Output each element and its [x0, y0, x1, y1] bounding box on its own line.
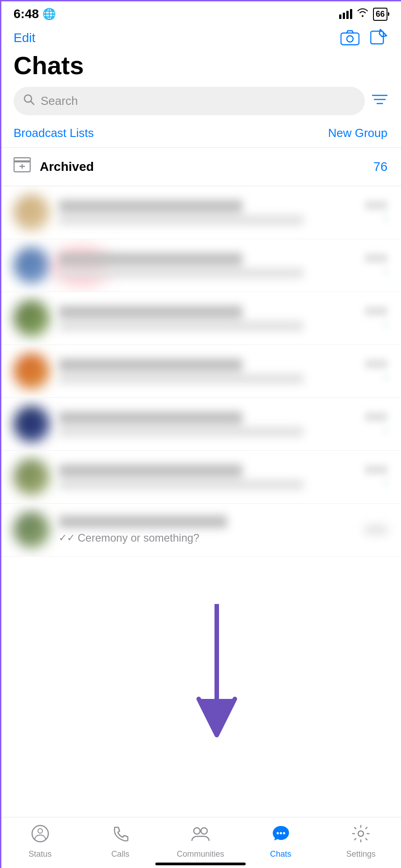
chat-time	[365, 254, 387, 263]
annotation-arrow	[190, 604, 244, 750]
chat-time	[365, 307, 387, 316]
chat-content	[59, 464, 365, 490]
chat-time	[365, 359, 387, 368]
status-icons: 66	[339, 8, 387, 21]
title-row: Chats	[0, 52, 401, 87]
chat-meta: ›	[365, 359, 387, 383]
avatar	[14, 406, 50, 442]
tab-item-settings[interactable]: Settings	[321, 825, 401, 859]
chat-list: › › ›	[0, 186, 401, 557]
avatar	[14, 353, 50, 389]
chat-content-last: ✓✓ Ceremony or something?	[59, 515, 365, 544]
chat-preview	[59, 427, 303, 437]
communities-tab-icon	[191, 825, 210, 847]
camera-button[interactable]	[340, 29, 359, 47]
status-tab-label: Status	[28, 849, 51, 859]
search-bar[interactable]: Search	[14, 87, 365, 115]
edit-button[interactable]: Edit	[14, 31, 35, 45]
svg-point-14	[280, 832, 282, 835]
tab-item-status[interactable]: Status	[0, 825, 80, 859]
chat-meta: ›	[365, 412, 387, 436]
svg-point-16	[358, 831, 364, 836]
chat-name	[59, 464, 242, 477]
tab-item-chats[interactable]: Chats	[241, 825, 321, 859]
double-checkmark: ✓✓	[59, 532, 75, 544]
communities-tab-label: Communities	[177, 849, 224, 859]
svg-rect-0	[341, 33, 359, 45]
svg-point-1	[347, 36, 353, 42]
chat-time	[365, 201, 387, 210]
calls-tab-label: Calls	[111, 849, 129, 859]
calls-tab-icon	[111, 825, 129, 847]
chat-item[interactable]: ›	[0, 451, 401, 504]
chat-item[interactable]: ›	[0, 345, 401, 398]
filter-icon[interactable]	[372, 93, 387, 109]
compose-button[interactable]	[370, 29, 387, 47]
actions-row: Broadcast Lists New Group	[0, 123, 401, 148]
chat-item-last[interactable]: ✓✓ Ceremony or something?	[0, 504, 401, 557]
archived-row[interactable]: Archived 76	[0, 148, 401, 186]
home-indicator	[155, 863, 246, 865]
chat-preview	[59, 480, 303, 490]
archived-count: 76	[373, 160, 387, 174]
last-preview-text: Ceremony or something?	[78, 532, 199, 544]
globe-icon: 🌐	[42, 8, 56, 20]
tab-item-communities[interactable]: Communities	[160, 825, 241, 859]
archive-icon	[14, 157, 31, 177]
header: Edit	[0, 24, 401, 52]
page-title: Chats	[14, 52, 387, 80]
wifi-icon	[357, 8, 368, 20]
chat-preview	[59, 321, 303, 331]
chat-name	[59, 411, 242, 424]
chat-name	[59, 306, 242, 318]
chat-meta: ›	[365, 307, 387, 330]
chat-content	[59, 200, 365, 225]
tab-item-calls[interactable]: Calls	[80, 825, 161, 859]
new-group-button[interactable]: New Group	[328, 126, 388, 140]
avatar	[14, 459, 50, 495]
search-placeholder: Search	[41, 94, 78, 108]
chats-tab-label: Chats	[270, 849, 291, 859]
chat-item[interactable]: ›	[0, 292, 401, 345]
chat-name	[59, 253, 242, 265]
chat-name-blurred	[59, 515, 227, 528]
chat-item[interactable]: ›	[0, 239, 401, 292]
battery-level: 66	[376, 9, 385, 19]
signal-bars	[339, 9, 352, 19]
chat-name	[59, 200, 242, 212]
chat-meta: ›	[365, 465, 387, 489]
svg-point-12	[201, 828, 207, 834]
search-icon	[23, 93, 35, 109]
archived-label: Archived	[40, 160, 364, 174]
chat-preview	[59, 215, 303, 225]
broadcast-lists-button[interactable]: Broadcast Lists	[14, 126, 94, 140]
status-bar: 6:48 🌐 66	[0, 0, 401, 24]
chat-preview	[59, 374, 303, 384]
chat-content	[59, 306, 365, 331]
chat-preview	[59, 268, 303, 278]
settings-tab-icon	[352, 825, 370, 847]
chat-item[interactable]: ›	[0, 398, 401, 451]
chat-content	[59, 411, 365, 437]
chat-preview-row: ✓✓ Ceremony or something?	[59, 532, 365, 544]
svg-point-11	[194, 828, 200, 834]
avatar	[14, 247, 50, 283]
tab-bar: Status Calls Communities	[0, 817, 401, 868]
search-container: Search	[0, 87, 401, 123]
chat-meta	[365, 525, 387, 534]
chat-meta: ›	[365, 201, 387, 224]
chat-content	[59, 253, 365, 278]
status-tab-icon	[31, 825, 49, 847]
chat-time	[365, 525, 387, 534]
avatar	[14, 300, 50, 336]
avatar	[14, 512, 50, 548]
chat-time	[365, 412, 387, 421]
svg-point-15	[283, 832, 285, 835]
chat-item[interactable]: ›	[0, 186, 401, 239]
battery-indicator: 66	[373, 8, 387, 21]
chat-name	[59, 359, 242, 371]
chats-tab-icon	[271, 825, 290, 847]
svg-point-13	[276, 832, 279, 835]
avatar	[14, 194, 50, 231]
chat-meta: ›	[365, 254, 387, 277]
